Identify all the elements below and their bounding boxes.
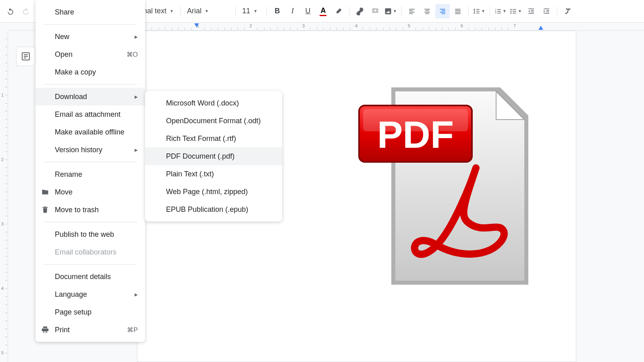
print-icon [41, 326, 49, 334]
menu-item-print[interactable]: Print ⌘P [35, 321, 145, 339]
align-right-button[interactable] [435, 4, 450, 19]
ruler-tick: 1 [197, 23, 199, 28]
menu-item-rename[interactable]: Rename [35, 165, 145, 183]
numbered-list-button[interactable]: 123 ▼ [493, 4, 508, 19]
menu-label: Email as attachment [55, 110, 120, 119]
menu-label: Plain Text (.txt) [166, 170, 214, 178]
insert-link-button[interactable] [353, 4, 367, 19]
menu-item-language[interactable]: Language ▶ [35, 285, 145, 303]
align-center-button[interactable] [420, 4, 434, 19]
redo-button[interactable] [19, 4, 33, 19]
submenu-arrow-icon: ▶ [135, 95, 138, 99]
download-submenu: Microsoft Word (.docx) OpenDocument Form… [145, 91, 282, 221]
dropdown-icon: ▼ [170, 9, 174, 13]
svg-point-6 [510, 10, 511, 12]
menu-item-new[interactable]: New ▶ [35, 28, 145, 46]
menu-item-make-copy[interactable]: Make a copy [35, 63, 145, 81]
vruler-tick: 4 [1, 286, 4, 291]
line-spacing-button[interactable]: ▼ [472, 4, 486, 19]
dropdown-icon: ▼ [518, 9, 522, 13]
align-left-button[interactable] [405, 4, 419, 19]
separator [557, 6, 557, 16]
bulleted-list-button[interactable]: ▼ [509, 4, 523, 19]
vertical-ruler[interactable]: 12345 [0, 31, 8, 362]
menu-item-available-offline[interactable]: Make available offline [35, 123, 145, 141]
clear-formatting-button[interactable] [561, 4, 575, 19]
menu-label: Email collaborators [55, 248, 116, 257]
bold-button[interactable]: B [270, 4, 285, 19]
submenu-arrow-icon: ▶ [135, 35, 138, 39]
undo-button[interactable] [3, 4, 18, 19]
font-size-combo[interactable]: 11 ▼ [239, 4, 263, 19]
ruler-tick: 7 [513, 23, 516, 28]
menu-item-email-attachment[interactable]: Email as attachment [35, 105, 145, 123]
menu-item-share[interactable]: Share [35, 3, 145, 21]
ruler-tick: 2 [249, 23, 252, 28]
vruler-tick: 1 [1, 93, 4, 97]
menu-divider [44, 24, 137, 25]
decrease-indent-button[interactable] [524, 4, 538, 19]
menu-item-email-collaborators: Email collaborators [35, 243, 145, 261]
submenu-item-epub[interactable]: EPUB Publication (.epub) [145, 201, 282, 218]
menu-label: PDF Document (.pdf) [166, 152, 235, 161]
menu-item-move[interactable]: Move [35, 183, 145, 201]
submenu-item-html[interactable]: Web Page (.html, zipped) [145, 183, 282, 201]
svg-rect-1 [385, 8, 391, 14]
submenu-item-odt[interactable]: OpenDocument Format (.odt) [145, 112, 282, 130]
menu-item-move-to-trash[interactable]: Move to trash [35, 201, 145, 219]
underline-button[interactable]: U [301, 4, 315, 19]
right-indent-marker[interactable] [538, 26, 543, 30]
menu-label: EPUB Publication (.epub) [166, 205, 248, 214]
ruler-tick: 3 [302, 23, 305, 28]
folder-icon [41, 188, 49, 196]
keyboard-shortcut: ⌘O [127, 51, 138, 58]
menu-item-download[interactable]: Download ▶ [35, 88, 145, 105]
menu-divider [44, 264, 137, 265]
menu-label: OpenDocument Format (.odt) [166, 117, 261, 125]
separator [180, 6, 181, 16]
file-menu: Share New ▶ Open ⌘O Make a copy Download… [35, 0, 145, 342]
menu-label: Make available offline [55, 128, 125, 137]
pdf-badge-text: PDF [377, 113, 454, 156]
dropdown-icon: ▼ [481, 9, 485, 13]
dropdown-icon: ▼ [253, 9, 258, 13]
submenu-item-pdf[interactable]: PDF Document (.pdf) [145, 147, 282, 165]
vruler-tick: 5 [1, 350, 4, 355]
font-combo[interactable]: Arial ▼ [184, 4, 232, 19]
submenu-item-rtf[interactable]: Rich Text Format (.rtf) [145, 130, 282, 147]
trash-icon [41, 206, 49, 214]
ruler-tick: 4 [355, 23, 357, 28]
document-outline-button[interactable] [16, 47, 35, 66]
menu-label: Rename [55, 170, 82, 179]
separator [235, 6, 236, 16]
increase-indent-button[interactable] [539, 4, 554, 19]
menu-label: Page setup [55, 308, 91, 316]
menu-label: Print [55, 326, 70, 334]
font-size-label: 11 [242, 7, 250, 15]
font-label: Arial [187, 7, 202, 15]
align-justify-button[interactable] [451, 4, 465, 19]
keyboard-shortcut: ⌘P [127, 326, 138, 334]
ruler-tick: 6 [461, 23, 463, 28]
submenu-item-txt[interactable]: Plain Text (.txt) [145, 165, 282, 183]
menu-label: Language [55, 290, 87, 299]
menu-item-version-history[interactable]: Version history ▶ [35, 141, 145, 159]
menu-item-open[interactable]: Open ⌘O [35, 46, 145, 63]
insert-image-button[interactable]: ▼ [383, 4, 398, 19]
menu-item-page-setup[interactable]: Page setup [35, 303, 145, 321]
separator [468, 6, 469, 16]
dropdown-icon: ▼ [503, 9, 507, 13]
highlight-button[interactable] [331, 4, 346, 19]
svg-text:3: 3 [495, 12, 496, 14]
italic-button[interactable]: I [285, 4, 300, 19]
menu-label: Share [55, 8, 74, 17]
menu-label: Publish to the web [55, 230, 114, 239]
add-comment-button[interactable] [368, 4, 382, 19]
text-color-button[interactable]: A [316, 4, 330, 19]
separator [266, 6, 267, 16]
menu-item-publish[interactable]: Publish to the web [35, 225, 145, 243]
submenu-item-docx[interactable]: Microsoft Word (.docx) [145, 94, 282, 112]
separator [490, 6, 490, 16]
menu-label: Make a copy [55, 68, 96, 77]
menu-item-document-details[interactable]: Document details [35, 268, 145, 285]
